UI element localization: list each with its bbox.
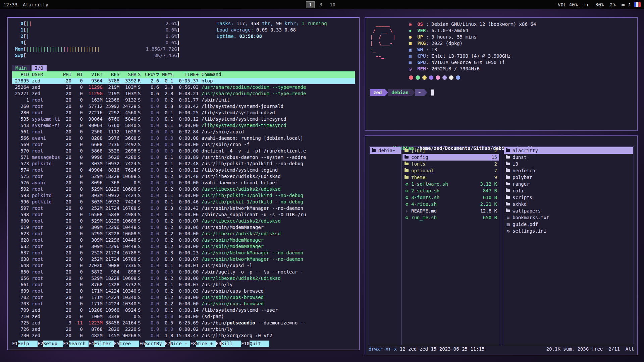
window-ranger[interactable]: zed@debian /home/zed/Documents/GitHub/de… (365, 135, 638, 355)
column-header-pri[interactable]: PRI (60, 71, 71, 78)
file-entry-scripts[interactable]: scripts (504, 194, 633, 201)
file-entry-debia~[interactable]: debia~ (370, 147, 401, 154)
process-row[interactable]: 648root2002702090887336S0.00.10:00.01/us… (12, 262, 355, 269)
file-entry-neofetch[interactable]: neofetch (504, 167, 633, 174)
file-entry-i3[interactable]: i3 (504, 161, 633, 167)
workspace-3[interactable]: 3 (317, 2, 325, 8)
column-header-shr[interactable]: SHR (119, 71, 137, 78)
process-row[interactable]: 699root200171M1422410340S0.00.20:00.03/u… (12, 288, 355, 294)
file-entry-4-rice.sh[interactable]: ⚙4-rice.sh2.21 K (402, 201, 499, 207)
process-row[interactable]: 576avahi20080963680S0.00.00:00.00avahi-d… (12, 180, 355, 186)
process-row[interactable]: 25264zed2001129G219M103MS0.62.80:56.03/u… (12, 84, 355, 90)
process-row[interactable]: 596polkitd200303M109327424S0.00.10:00.46… (12, 199, 355, 205)
column-header-pid[interactable]: PID (12, 71, 29, 78)
htop-table-header[interactable]: PIDUSERPRINIVIRTRESSHRSCPU%▽MEM%TIME+Com… (12, 71, 355, 78)
process-row[interactable]: 637root200252M2172416788S0.00.30:00.23/u… (12, 250, 355, 256)
process-row[interactable]: 570root200586835282696S0.00.00:00.00dhcl… (12, 148, 355, 154)
file-entry-ign[interactable]: [ign]2 (402, 147, 499, 154)
fkey-f3[interactable]: F3Search (63, 341, 89, 347)
process-row[interactable]: 726zed200876828202220S0.00.00:00.02/usr/… (12, 326, 355, 333)
column-header-ni[interactable]: NI (71, 71, 83, 78)
column-header-cpu[interactable]: CPU%▽ (142, 71, 159, 78)
file-entry-ranger[interactable]: ranger (504, 181, 633, 187)
process-row[interactable]: 561root200250011121028S0.00.00:02.84/usr… (12, 129, 355, 135)
process-row[interactable]: 593polkitd200303M109327424S0.00.10:00.00… (12, 192, 355, 199)
process-row[interactable]: 709zed20019208109608924S0.00.10:00.14/li… (12, 307, 355, 313)
process-row[interactable]: 535systemd-ti2009006467605840S0.00.10:00… (12, 116, 355, 122)
neofetch-terminal[interactable]: _____ / __ \ | / | | \___- -_ --_ ◉OS : … (365, 18, 637, 130)
fkey-f10[interactable]: F10Quit (241, 341, 269, 347)
htop-tab-io[interactable]: I/O (32, 65, 47, 71)
column-header-virt[interactable]: VIRT (83, 71, 103, 78)
file-entry-runme.sh[interactable]: ⚙run_me.sh650 B (402, 214, 499, 221)
column-header-cmd[interactable]: Command (199, 71, 355, 78)
fkey-f1[interactable]: F1Help (12, 341, 38, 347)
fkey-f5[interactable]: F5Tree (114, 341, 139, 347)
file-entry-wallpapers[interactable]: wallpapers (504, 207, 633, 214)
fkey-f9[interactable]: F9Kill (216, 341, 241, 347)
column-header-res[interactable]: RES (103, 71, 120, 78)
process-row[interactable]: 632root200309M1229610448S0.00.20:00.00/u… (12, 243, 355, 250)
process-row[interactable]: 27895zed200936457883392R2.60.10:05.37hto… (12, 78, 355, 84)
display-tray-icon[interactable]: ▭ (622, 2, 624, 7)
file-entry-rofi[interactable]: rofi (504, 187, 633, 194)
file-entry-sxhkd[interactable]: sxhkd (504, 201, 633, 207)
workspace-10[interactable]: 10 (327, 2, 338, 8)
process-row[interactable]: 571messagebus200999656204280S0.00.10:00.… (12, 154, 355, 161)
process-row[interactable]: 260root200577122599224728S0.00.30:00.42/… (12, 103, 355, 110)
process-row[interactable]: 650root2005872984896S0.00.00:00.00/sbin/… (12, 269, 355, 275)
column-header-user[interactable]: USER (29, 71, 60, 78)
process-row[interactable]: 1root200163M123689132S0.00.20:01.77/sbin… (12, 97, 355, 103)
file-entry-config[interactable]: config15 (402, 154, 499, 161)
file-entry-alacritty[interactable]: alacritty (504, 147, 633, 154)
fkey-f4[interactable]: F4Filter (89, 341, 114, 347)
process-row[interactable]: 573polkitd200303M109327424S0.00.10:02.48… (12, 161, 355, 167)
process-row[interactable]: 575root200529M1822810608S0.00.20:04.48/u… (12, 173, 355, 180)
process-row[interactable]: 730zed200482M145M90268S0.01.815:48.47/us… (12, 333, 355, 339)
process-row[interactable]: 628root200309M1229610448S0.00.20:00.00/u… (12, 237, 355, 243)
process-row[interactable]: 574root2004990488167624S0.00.10:00.12/li… (12, 167, 355, 173)
process-row[interactable]: 619root200309M1229610448S0.00.20:00.06/u… (12, 224, 355, 231)
workspace-1[interactable]: 1 (306, 1, 315, 8)
htop-terminal[interactable]: 0[||2.6%]1[|0.6%]2[|0.6%]3[0.6%]Mem[||||… (8, 18, 359, 350)
file-entry-bookmarks.txt[interactable]: ≡bookmarks.txt (504, 214, 633, 221)
fr-flag-icon[interactable] (634, 2, 641, 7)
process-row[interactable]: 592root200529M1822810608S0.00.20:00.00/u… (12, 186, 355, 192)
window-neofetch[interactable]: _____ / __ \ | / | | \___- -_ --_ ◉OS : … (365, 17, 638, 131)
column-header-mem[interactable]: MEM% (159, 71, 173, 78)
file-entry-guide.pdf[interactable]: ▤guide.pdf (504, 221, 633, 228)
process-row[interactable]: 623root200529M1822810608S0.00.20:00.00/u… (12, 231, 355, 237)
process-row[interactable]: 600root200529M1822810608S0.00.20:00.07/u… (12, 218, 355, 224)
window-htop[interactable]: 0[||2.6%]1[|0.6%]2[|0.6%]3[0.6%]Mem[||||… (7, 17, 360, 350)
process-row[interactable]: 661root200876843283732S0.00.10:00.07/usr… (12, 282, 355, 288)
file-entry-3-fonts.sh[interactable]: ⚙3-fonts.sh610 B (402, 194, 499, 201)
htop-tab-main[interactable]: Main (12, 65, 30, 71)
process-row[interactable]: 25271zed2001129G219M103MS0.62.80:08.21/u… (12, 90, 355, 97)
process-row[interactable]: 597root200252M2172416788S0.00.30:00.43/u… (12, 205, 355, 212)
file-entry-fonts[interactable]: fonts2 (402, 161, 499, 167)
file-entry-optional[interactable]: optional7 (402, 167, 499, 174)
process-row[interactable]: 566avahi200828839763608S0.00.00:00.08ava… (12, 135, 355, 141)
fkey-f7[interactable]: F7Nice - (165, 341, 190, 347)
process-row[interactable]: 638root200252M2172416788S0.00.30:00.07/u… (12, 256, 355, 262)
process-row[interactable]: 543systemd-ti2009006467605840S0.00.10:00… (12, 122, 355, 129)
process-row[interactable]: 702root200171M1422410340S0.00.20:00.00/u… (12, 294, 355, 301)
process-row[interactable]: 280root2002721672924560S0.00.10:00.25/li… (12, 110, 355, 116)
process-row[interactable]: 656root200529M1822810608S0.00.20:00.00/u… (12, 275, 355, 282)
file-entry-dunst[interactable]: dunst (504, 154, 633, 161)
fkey-f6[interactable]: F6SortBy (139, 341, 165, 347)
file-entry-readme.md[interactable]: ↓README.md12.8 K (402, 207, 499, 214)
column-header-time[interactable]: TIME+ (173, 71, 199, 78)
file-entry-2-setup.sh[interactable]: ⚙2-setup.sh847 B (402, 187, 499, 194)
volume-tray-icon[interactable]: ♪ (628, 2, 631, 7)
file-entry-settings.ini[interactable]: ⚙settings.ini (504, 228, 633, 234)
ranger-file-manager[interactable]: zed@debian /home/zed/Documents/GitHub/de… (365, 136, 637, 355)
file-entry-theme[interactable]: theme9 (402, 174, 499, 181)
process-row[interactable]: 569root200660827362492S0.00.00:00.00/usr… (12, 141, 355, 148)
column-header-st[interactable]: S (137, 71, 142, 78)
fkey-f2[interactable]: F2Setup (38, 341, 63, 347)
process-row[interactable]: 598root2001650858484984S0.00.10:00.06/sb… (12, 212, 355, 218)
file-entry-1-software.sh[interactable]: ⚙1-software.sh3.12 K (402, 181, 499, 187)
fkey-f8[interactable]: F8Nice + (190, 341, 216, 347)
process-row[interactable]: 725zed9-111223M3845624164S0.00.56:25.69/… (12, 320, 355, 326)
